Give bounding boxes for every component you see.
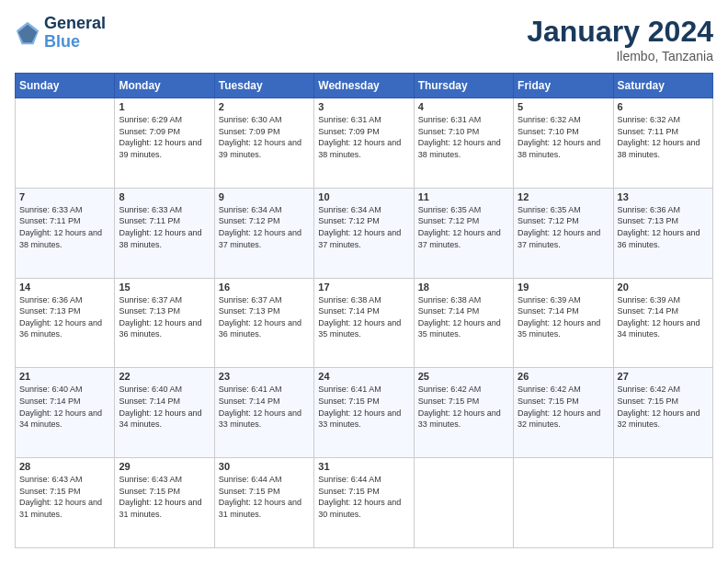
- day-number: 1: [119, 101, 210, 112]
- calendar-cell-2-5: 19Sunrise: 6:39 AMSunset: 7:14 PMDayligh…: [514, 278, 613, 368]
- cell-info: Sunrise: 6:31 AMSunset: 7:09 PMDaylight:…: [318, 114, 409, 160]
- cell-info: Sunrise: 6:41 AMSunset: 7:15 PMDaylight:…: [318, 384, 409, 430]
- calendar-cell-4-6: [613, 458, 712, 548]
- calendar-cell-0-4: 4Sunrise: 6:31 AMSunset: 7:10 PMDaylight…: [414, 98, 513, 189]
- header-saturday: Saturday: [613, 74, 712, 98]
- week-row-1: 7Sunrise: 6:33 AMSunset: 7:11 PMDaylight…: [16, 188, 713, 278]
- day-number: 5: [518, 101, 609, 112]
- day-number: 21: [19, 371, 110, 382]
- cell-info: Sunrise: 6:29 AMSunset: 7:09 PMDaylight:…: [119, 114, 210, 160]
- calendar-cell-1-6: 13Sunrise: 6:36 AMSunset: 7:13 PMDayligh…: [613, 188, 712, 278]
- cell-info: Sunrise: 6:30 AMSunset: 7:09 PMDaylight:…: [219, 114, 310, 160]
- cell-info: Sunrise: 6:39 AMSunset: 7:14 PMDaylight:…: [518, 294, 609, 340]
- calendar-cell-2-0: 14Sunrise: 6:36 AMSunset: 7:13 PMDayligh…: [16, 278, 115, 368]
- header-wednesday: Wednesday: [314, 74, 414, 98]
- cell-info: Sunrise: 6:33 AMSunset: 7:11 PMDaylight:…: [19, 204, 110, 250]
- day-number: 8: [119, 191, 210, 202]
- cell-info: Sunrise: 6:35 AMSunset: 7:12 PMDaylight:…: [518, 204, 609, 250]
- week-row-0: 1Sunrise: 6:29 AMSunset: 7:09 PMDaylight…: [16, 98, 713, 189]
- calendar-cell-2-1: 15Sunrise: 6:37 AMSunset: 7:13 PMDayligh…: [115, 278, 214, 368]
- day-number: 29: [119, 461, 210, 472]
- day-number: 6: [618, 101, 709, 112]
- day-number: 22: [119, 371, 210, 382]
- calendar-cell-3-1: 22Sunrise: 6:40 AMSunset: 7:14 PMDayligh…: [115, 368, 214, 458]
- day-number: 20: [618, 282, 709, 293]
- logo: General Blue: [15, 15, 106, 52]
- logo-text: General Blue: [44, 15, 106, 52]
- day-number: 16: [219, 282, 310, 293]
- calendar-cell-4-0: 28Sunrise: 6:43 AMSunset: 7:15 PMDayligh…: [16, 458, 115, 548]
- logo-line1: General: [44, 15, 106, 33]
- calendar-cell-0-6: 6Sunrise: 6:32 AMSunset: 7:11 PMDaylight…: [613, 98, 712, 189]
- week-row-3: 21Sunrise: 6:40 AMSunset: 7:14 PMDayligh…: [16, 368, 713, 458]
- calendar-cell-0-0: [16, 98, 115, 189]
- day-number: 31: [318, 461, 409, 472]
- location: Ilembo, Tanzania: [527, 49, 713, 63]
- cell-info: Sunrise: 6:41 AMSunset: 7:14 PMDaylight:…: [219, 384, 310, 430]
- calendar-cell-3-2: 23Sunrise: 6:41 AMSunset: 7:14 PMDayligh…: [214, 368, 313, 458]
- calendar-cell-2-3: 17Sunrise: 6:38 AMSunset: 7:14 PMDayligh…: [314, 278, 414, 368]
- calendar-cell-4-2: 30Sunrise: 6:44 AMSunset: 7:15 PMDayligh…: [214, 458, 313, 548]
- day-number: 18: [418, 282, 509, 293]
- calendar-cell-1-0: 7Sunrise: 6:33 AMSunset: 7:11 PMDaylight…: [16, 188, 115, 278]
- cell-info: Sunrise: 6:36 AMSunset: 7:13 PMDaylight:…: [19, 294, 110, 340]
- calendar-cell-2-6: 20Sunrise: 6:39 AMSunset: 7:14 PMDayligh…: [613, 278, 712, 368]
- cell-info: Sunrise: 6:36 AMSunset: 7:13 PMDaylight:…: [618, 204, 709, 250]
- calendar-cell-1-3: 10Sunrise: 6:34 AMSunset: 7:12 PMDayligh…: [314, 188, 414, 278]
- cell-info: Sunrise: 6:31 AMSunset: 7:10 PMDaylight:…: [418, 114, 509, 160]
- day-number: 24: [318, 371, 409, 382]
- day-number: 7: [19, 191, 110, 202]
- cell-info: Sunrise: 6:35 AMSunset: 7:12 PMDaylight:…: [418, 204, 509, 250]
- day-number: 11: [418, 191, 509, 202]
- day-number: 27: [618, 371, 709, 382]
- calendar-cell-0-1: 1Sunrise: 6:29 AMSunset: 7:09 PMDaylight…: [115, 98, 214, 189]
- calendar-cell-3-5: 26Sunrise: 6:42 AMSunset: 7:15 PMDayligh…: [514, 368, 613, 458]
- day-number: 23: [219, 371, 310, 382]
- week-row-2: 14Sunrise: 6:36 AMSunset: 7:13 PMDayligh…: [16, 278, 713, 368]
- calendar-cell-1-2: 9Sunrise: 6:34 AMSunset: 7:12 PMDaylight…: [214, 188, 313, 278]
- cell-info: Sunrise: 6:37 AMSunset: 7:13 PMDaylight:…: [119, 294, 210, 340]
- calendar-cell-0-3: 3Sunrise: 6:31 AMSunset: 7:09 PMDaylight…: [314, 98, 414, 189]
- header-friday: Friday: [514, 74, 613, 98]
- day-number: 3: [318, 101, 409, 112]
- cell-info: Sunrise: 6:38 AMSunset: 7:14 PMDaylight:…: [418, 294, 509, 340]
- calendar-cell-4-1: 29Sunrise: 6:43 AMSunset: 7:15 PMDayligh…: [115, 458, 214, 548]
- cell-info: Sunrise: 6:44 AMSunset: 7:15 PMDaylight:…: [219, 474, 310, 520]
- page: General Blue January 2024 Ilembo, Tanzan…: [0, 0, 728, 563]
- calendar-cell-1-5: 12Sunrise: 6:35 AMSunset: 7:12 PMDayligh…: [514, 188, 613, 278]
- calendar-cell-1-1: 8Sunrise: 6:33 AMSunset: 7:11 PMDaylight…: [115, 188, 214, 278]
- month-title: January 2024: [527, 15, 713, 49]
- header: General Blue January 2024 Ilembo, Tanzan…: [15, 15, 713, 63]
- cell-info: Sunrise: 6:33 AMSunset: 7:11 PMDaylight:…: [119, 204, 210, 250]
- day-number: 26: [518, 371, 609, 382]
- calendar-cell-0-5: 5Sunrise: 6:32 AMSunset: 7:10 PMDaylight…: [514, 98, 613, 189]
- logo-icon: [15, 20, 40, 46]
- cell-info: Sunrise: 6:40 AMSunset: 7:14 PMDaylight:…: [119, 384, 210, 430]
- cell-info: Sunrise: 6:34 AMSunset: 7:12 PMDaylight:…: [219, 204, 310, 250]
- cell-info: Sunrise: 6:38 AMSunset: 7:14 PMDaylight:…: [318, 294, 409, 340]
- calendar-cell-3-4: 25Sunrise: 6:42 AMSunset: 7:15 PMDayligh…: [414, 368, 513, 458]
- day-number: 12: [518, 191, 609, 202]
- week-row-4: 28Sunrise: 6:43 AMSunset: 7:15 PMDayligh…: [16, 458, 713, 548]
- day-number: 4: [418, 101, 509, 112]
- calendar-cell-3-3: 24Sunrise: 6:41 AMSunset: 7:15 PMDayligh…: [314, 368, 414, 458]
- cell-info: Sunrise: 6:44 AMSunset: 7:15 PMDaylight:…: [318, 474, 409, 520]
- day-number: 2: [219, 101, 310, 112]
- calendar-cell-1-4: 11Sunrise: 6:35 AMSunset: 7:12 PMDayligh…: [414, 188, 513, 278]
- day-number: 28: [19, 461, 110, 472]
- calendar-cell-3-6: 27Sunrise: 6:42 AMSunset: 7:15 PMDayligh…: [613, 368, 712, 458]
- cell-info: Sunrise: 6:32 AMSunset: 7:11 PMDaylight:…: [618, 114, 709, 160]
- header-tuesday: Tuesday: [214, 74, 313, 98]
- cell-info: Sunrise: 6:42 AMSunset: 7:15 PMDaylight:…: [618, 384, 709, 430]
- day-number: 10: [318, 191, 409, 202]
- cell-info: Sunrise: 6:39 AMSunset: 7:14 PMDaylight:…: [618, 294, 709, 340]
- calendar-cell-4-4: [414, 458, 513, 548]
- logo-line2: Blue: [44, 33, 106, 52]
- calendar-cell-2-2: 16Sunrise: 6:37 AMSunset: 7:13 PMDayligh…: [214, 278, 313, 368]
- cell-info: Sunrise: 6:34 AMSunset: 7:12 PMDaylight:…: [318, 204, 409, 250]
- day-number: 14: [19, 282, 110, 293]
- calendar-cell-3-0: 21Sunrise: 6:40 AMSunset: 7:14 PMDayligh…: [16, 368, 115, 458]
- day-number: 15: [119, 282, 210, 293]
- cell-info: Sunrise: 6:43 AMSunset: 7:15 PMDaylight:…: [119, 474, 210, 520]
- header-sunday: Sunday: [16, 74, 115, 98]
